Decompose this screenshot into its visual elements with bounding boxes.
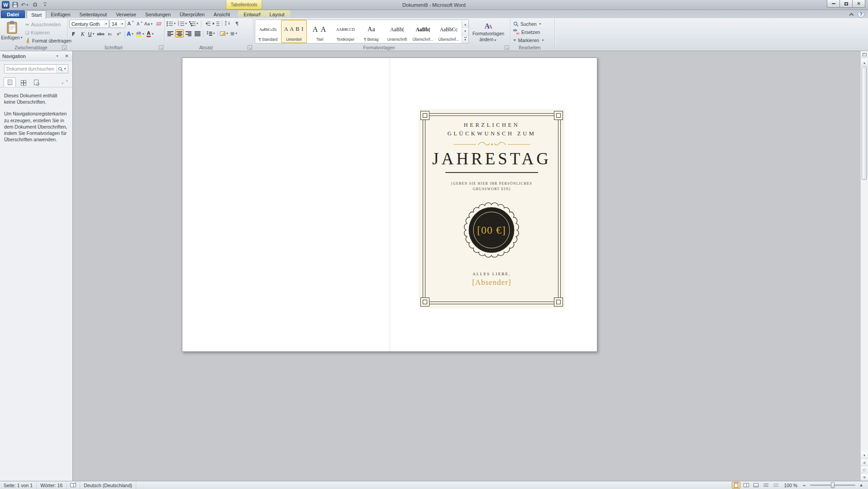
minimize-button[interactable] <box>827 0 840 8</box>
styles-dialog-launcher[interactable] <box>505 45 509 50</box>
select-button[interactable]: ➤ Markieren <box>512 36 553 44</box>
nav-tab-headings[interactable] <box>4 77 16 87</box>
nav-tab-pages[interactable] <box>17 77 29 87</box>
card-amount[interactable]: [00 €] <box>477 224 506 236</box>
font-family-combo[interactable]: Century Goth <box>69 19 109 28</box>
search-input[interactable] <box>5 67 56 72</box>
multilevel-list-button[interactable] <box>189 19 200 28</box>
fullscreen-reading-view-button[interactable] <box>742 482 750 489</box>
grow-font-button[interactable]: A <box>126 20 134 28</box>
tab-start[interactable]: Start <box>27 10 46 19</box>
tab-einfuegen[interactable]: Einfügen <box>46 10 75 18</box>
tab-ueberpruefen[interactable]: Überprüfen <box>175 10 209 18</box>
bullets-button[interactable] <box>166 19 177 28</box>
nav-tab-results[interactable] <box>30 77 42 87</box>
save-button[interactable] <box>11 1 19 9</box>
line-spacing-button[interactable] <box>205 29 216 38</box>
change-styles-button[interactable]: AA Formatvorlagen ändern <box>471 19 506 44</box>
text-effects-button[interactable]: A <box>126 30 135 38</box>
browse-object-button[interactable]: ○ <box>861 466 868 474</box>
tab-layout[interactable]: Layout <box>265 10 289 18</box>
style-card-textkoerper[interactable]: AABBCCD Textkörper <box>333 20 358 43</box>
change-case-button[interactable]: Aa <box>144 20 154 28</box>
borders-button[interactable]: ⊞ <box>230 29 238 38</box>
language-status[interactable]: Deutsch (Deutschland) <box>80 481 136 489</box>
style-card-betrag[interactable]: Aa ¶ Betrag <box>358 20 384 43</box>
shrink-font-button[interactable]: A <box>135 20 143 28</box>
navigation-pane-close-button[interactable]: ✕ <box>63 53 70 59</box>
maximize-button[interactable] <box>839 0 853 8</box>
tab-datei[interactable]: Datei <box>1 10 25 18</box>
replace-button[interactable]: Ersetzen <box>512 28 553 36</box>
draft-view-button[interactable] <box>772 482 780 489</box>
gallery-more-button[interactable] <box>462 36 468 43</box>
next-result-icon[interactable] <box>65 79 69 85</box>
style-card-titel[interactable]: A A Titel <box>307 20 333 43</box>
scroll-up-button[interactable] <box>861 58 868 66</box>
navigation-pane-menu-button[interactable] <box>54 53 61 59</box>
tab-entwurf[interactable]: Entwurf <box>239 10 265 18</box>
justify-button[interactable] <box>193 29 202 38</box>
card-note-line1[interactable]: [GEBEN SIE HIER IHR PERSÖNLICHES <box>419 182 565 186</box>
web-layout-view-button[interactable] <box>752 482 760 489</box>
decrease-indent-button[interactable] <box>203 19 211 28</box>
word-count-status[interactable]: Wörter: 16 <box>37 481 67 489</box>
gallery-scroll-up-button[interactable] <box>462 20 468 28</box>
symbol-button[interactable]: Ω <box>31 1 39 9</box>
subscript-button[interactable]: x₂ <box>105 30 114 38</box>
underline-button[interactable]: U <box>87 30 96 38</box>
ruler-toggle-button[interactable] <box>861 51 868 58</box>
font-color-button[interactable]: A <box>146 30 155 38</box>
paragraph-dialog-launcher[interactable] <box>248 45 252 50</box>
card-heading-line1[interactable]: HERZLICHEN <box>419 122 565 129</box>
style-card-untertitel[interactable]: A A B I Untertitel <box>281 20 307 43</box>
font-dialog-launcher[interactable] <box>159 45 163 50</box>
gallery-scroll-down-button[interactable] <box>462 28 468 35</box>
minimize-ribbon-icon[interactable] <box>849 13 854 18</box>
show-paragraph-marks-button[interactable]: ¶ <box>233 19 241 28</box>
card-note-line2[interactable]: GRUSSWORT EIN] <box>419 187 565 191</box>
outline-view-button[interactable] <box>762 482 770 489</box>
tab-ansicht[interactable]: Ansicht <box>209 10 234 18</box>
print-layout-view-button[interactable] <box>732 482 740 489</box>
style-card-ueberschrift1[interactable]: AaBb( Überschrif... <box>410 20 436 43</box>
card-title[interactable]: JAHRESTAG <box>419 149 565 168</box>
copy-button[interactable]: ❏ Kopieren <box>24 29 73 37</box>
search-button[interactable] <box>56 65 68 73</box>
tab-verweise[interactable]: Verweise <box>111 10 141 18</box>
highlight-button[interactable]: ab <box>135 30 146 38</box>
close-button[interactable]: × <box>852 0 865 8</box>
clipboard-dialog-launcher[interactable] <box>62 45 67 50</box>
zoom-slider-thumb[interactable] <box>831 482 835 488</box>
align-center-button[interactable] <box>175 29 184 38</box>
zoom-in-button[interactable]: + <box>858 482 864 489</box>
scroll-down-button[interactable] <box>861 452 868 459</box>
find-button[interactable]: Suchen <box>512 20 553 28</box>
align-right-button[interactable] <box>184 29 193 38</box>
style-card-unterschrift[interactable]: AaBb( Unterschrift <box>384 20 410 43</box>
increase-indent-button[interactable] <box>212 19 220 28</box>
strikethrough-button[interactable]: abe <box>96 30 105 38</box>
card-heading-line2[interactable]: GLÜCKWUNSCH ZUM <box>419 130 565 137</box>
format-painter-button[interactable]: Format übertragen <box>24 37 73 44</box>
bold-button[interactable]: F <box>69 30 78 38</box>
tab-seitenlayout[interactable]: Seitenlayout <box>75 10 112 18</box>
card-closing[interactable]: ALLES LIEBE, <box>419 272 565 276</box>
word-logo-icon[interactable]: W <box>2 1 10 9</box>
numbering-button[interactable] <box>177 19 188 28</box>
paste-button[interactable]: Einfügen <box>1 19 23 44</box>
cut-button[interactable]: ✂ Ausschneiden <box>24 21 73 29</box>
zoom-slider[interactable] <box>810 484 855 486</box>
zoom-level[interactable]: 100 % <box>782 483 800 488</box>
sort-button[interactable] <box>224 19 232 28</box>
clear-formatting-button[interactable] <box>154 20 163 28</box>
qat-customize-button[interactable] <box>41 1 49 9</box>
style-card-ueberschrift2[interactable]: AaBbCc Überschrif... <box>436 20 462 43</box>
zoom-out-button[interactable]: − <box>801 482 807 489</box>
scrollbar-thumb[interactable] <box>862 67 867 180</box>
font-size-combo[interactable]: 14 <box>110 19 125 28</box>
previous-result-icon[interactable] <box>62 79 63 85</box>
help-icon[interactable]: ? <box>858 11 864 18</box>
superscript-button[interactable]: x² <box>114 30 123 38</box>
undo-button[interactable]: ↶ <box>21 1 29 9</box>
